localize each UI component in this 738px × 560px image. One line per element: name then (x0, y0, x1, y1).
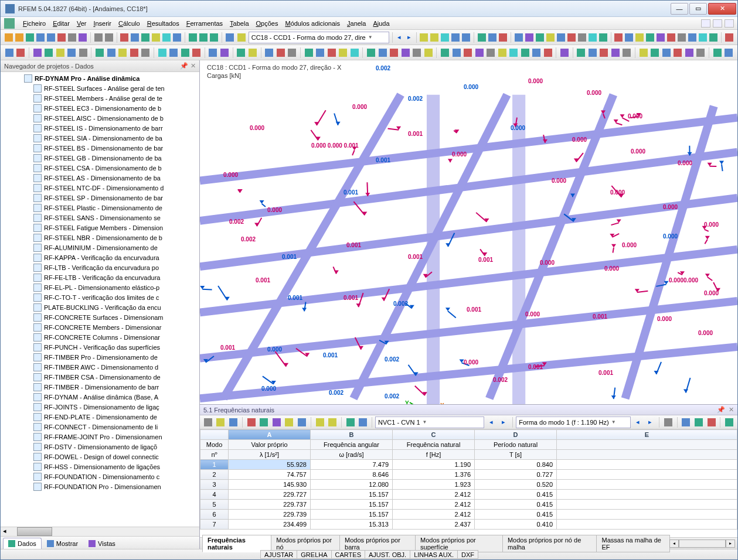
toolbar-button[interactable] (508, 47, 519, 59)
results-toolbar-button[interactable] (227, 416, 239, 428)
nav-item[interactable]: RF-FOUNDATION Pro - Dimensionamen (1, 482, 199, 491)
toolbar-button[interactable] (15, 32, 24, 43)
table-row[interactable]: 6229.73915.1572.4120.415 (200, 510, 737, 520)
toolbar-button[interactable] (141, 32, 150, 43)
mode-prev[interactable]: ◂ (632, 416, 644, 428)
toolbar-button[interactable] (423, 47, 434, 59)
toolbar-button[interactable] (543, 47, 553, 59)
mode-combo[interactable]: Forma do modo 1 (f : 1.190 Hz)▼ (516, 416, 631, 428)
mdi-minimize-button[interactable] (701, 19, 710, 28)
nav-item[interactable]: RF-STEEL SANS - Dimensionamento se (1, 213, 199, 223)
toolbar-button[interactable] (78, 47, 89, 59)
results-toolbar-button[interactable] (258, 416, 270, 428)
mdi-restore-button[interactable] (713, 19, 722, 28)
toolbar-button[interactable] (67, 32, 77, 43)
loadcase-combo[interactable]: CC18 - CCD1 - Forma do modo 27, dire▼ (249, 32, 389, 43)
app-menu-icon[interactable] (4, 18, 15, 29)
toolbar-button[interactable] (219, 47, 230, 59)
toolbar-button[interactable] (117, 47, 128, 59)
toolbar-button[interactable] (168, 47, 179, 59)
status-segment[interactable]: GRELHA (297, 550, 331, 559)
toolbar-button[interactable] (209, 32, 219, 43)
mode-next[interactable]: ▸ (645, 416, 657, 428)
col-letter[interactable]: E (557, 430, 737, 440)
table-row[interactable]: 274.7578.6461.3760.727 (200, 470, 737, 480)
toolbar-button[interactable] (645, 32, 655, 43)
results-toolbar-button[interactable] (693, 416, 705, 428)
results-tab[interactable]: Massas na malha de EF (596, 535, 670, 552)
toolbar-button[interactable] (191, 47, 202, 59)
toolbar-button[interactable] (622, 47, 632, 59)
toolbar-button[interactable] (498, 32, 508, 43)
nvc-combo[interactable]: NVC1 - CVN 1▼ (375, 416, 484, 428)
results-toolbar-button[interactable] (357, 416, 369, 428)
toolbar-button[interactable] (624, 32, 634, 43)
navigator-hscrollbar[interactable]: ◂ (1, 527, 199, 536)
toolbar-button[interactable] (43, 47, 54, 59)
toolbar-button[interactable] (477, 32, 487, 43)
toolbar-button[interactable] (661, 47, 672, 59)
toolbar-button[interactable] (188, 32, 198, 43)
toolbar-button[interactable] (709, 32, 718, 43)
nav-item[interactable]: RF-CONNECT - Dimensionamento de li (1, 422, 199, 432)
toolbar-button[interactable] (610, 47, 621, 59)
frequencies-table[interactable]: ABCDE ModoValor próprioFrequência angula… (200, 429, 737, 530)
nav-item[interactable]: RF-STEEL Members - Análise geral de te (1, 93, 199, 103)
nav-item[interactable]: RF-LTB - Verificação da encurvadura po (1, 262, 199, 272)
toolbar-button[interactable] (180, 47, 191, 59)
toolbar-button[interactable] (66, 47, 77, 59)
toolbar-button[interactable] (497, 47, 508, 59)
toolbar-button[interactable] (25, 32, 35, 43)
toolbar-button[interactable] (172, 32, 182, 43)
toolbar-button[interactable] (151, 32, 161, 43)
nav-item[interactable]: RF-TIMBER AWC - Dimensionamento d (1, 362, 199, 372)
nav-item[interactable]: RF-FOUNDATION - Dimensionamento c (1, 472, 199, 482)
toolbar-button[interactable] (16, 47, 26, 59)
nav-item[interactable]: RF-DOWEL - Design of dowel connectic (1, 452, 199, 462)
toolbar-button[interactable] (650, 47, 661, 59)
results-toolbar-button[interactable] (246, 416, 257, 428)
toolbar-button[interactable] (130, 32, 140, 43)
nav-item[interactable]: RF-CONCRETE Columns - Dimensionar (1, 332, 199, 342)
results-toolbar-button[interactable] (681, 416, 692, 428)
toolbar-button[interactable] (614, 32, 623, 43)
menu-inserir[interactable]: Inserir (90, 19, 115, 28)
nav-tab-dados[interactable]: Dados (3, 538, 42, 549)
results-toolbar-button[interactable] (314, 416, 326, 428)
toolbar-button[interactable] (474, 47, 485, 59)
toolbar-button[interactable] (4, 47, 15, 59)
toolbar-button[interactable] (46, 32, 56, 43)
table-row[interactable]: 5229.73715.1572.4120.415 (200, 500, 737, 510)
toolbar-button[interactable] (247, 47, 258, 59)
nav-item[interactable]: PLATE-BUCKLING - Verificação da encu (1, 302, 199, 312)
navigator-pin-icon[interactable]: 📌 (180, 62, 188, 70)
toolbar-button[interactable] (208, 47, 219, 59)
nav-item[interactable]: RF-STEEL AISC - Dimensionamento de b (1, 113, 199, 123)
menu-opções[interactable]: Opções (253, 19, 282, 28)
toolbar-button[interactable] (546, 32, 555, 43)
nav-item[interactable]: RF-HSS - Dimensionamento de ligações (1, 462, 199, 472)
toolbar-button[interactable] (451, 32, 460, 43)
prev-case[interactable]: ◂ (395, 32, 403, 43)
toolbar-button[interactable] (236, 47, 247, 59)
col-letter[interactable]: D (475, 430, 557, 440)
toolbar-button[interactable] (199, 32, 208, 43)
results-tab[interactable]: Modos próprios por superfície (415, 535, 503, 552)
toolbar-button[interactable] (120, 32, 129, 43)
toolbar-button[interactable] (287, 47, 298, 59)
close-button[interactable]: ✕ (708, 3, 736, 15)
toolbar-button[interactable] (577, 32, 587, 43)
toolbar-button[interactable] (698, 32, 708, 43)
table-row[interactable]: 7234.49915.3132.4370.410 (200, 520, 737, 530)
toolbar-button[interactable] (411, 47, 422, 59)
menu-resultados[interactable]: Resultados (144, 19, 183, 28)
nav-item[interactable]: RF-STEEL AS - Dimensionamento de ba (1, 173, 199, 183)
menu-editar[interactable]: Editar (49, 19, 73, 28)
toolbar-button[interactable] (638, 47, 649, 59)
nav-item[interactable]: RF-FRAME-JOINT Pro - Dimensionamen (1, 432, 199, 442)
toolbar-button[interactable] (725, 32, 734, 43)
nav-item[interactable]: RF-STEEL GB - Dimensionamento de ba (1, 153, 199, 163)
navigator-tree[interactable]: RF-DYNAM Pro - Análise dinâmicaRF-STEEL … (1, 72, 199, 527)
toolbar-button[interactable] (4, 32, 13, 43)
toolbar-button[interactable] (677, 32, 686, 43)
